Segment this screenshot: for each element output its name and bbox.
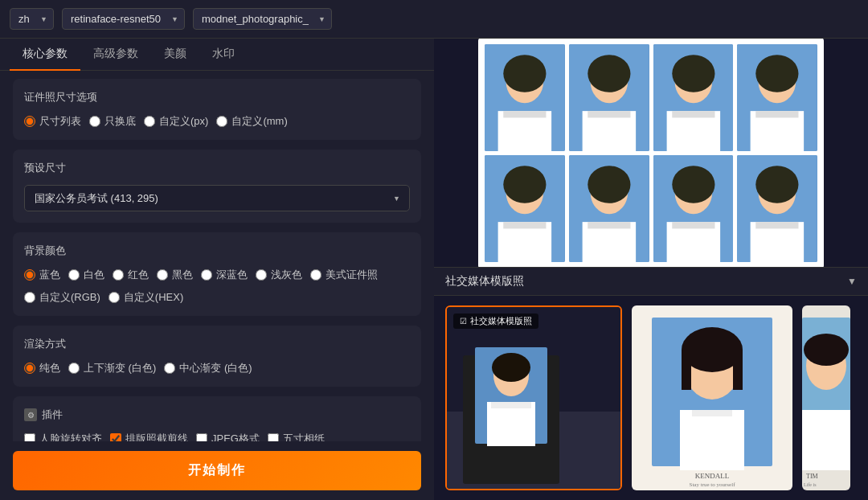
size-list-option[interactable]: 尺寸列表 [24,114,81,129]
tab-beauty[interactable]: 美颜 [151,39,199,71]
bg-only-radio[interactable] [89,116,100,127]
gradient-tb-option[interactable]: 上下渐变 (白色) [68,361,156,375]
photo-size-title: 证件照尺寸选项 [24,90,410,105]
size-list-label: 尺寸列表 [39,114,81,129]
model1-select-wrapper[interactable]: retinaface-resnet50 [62,8,185,30]
svg-point-61 [804,334,849,366]
gradient-center-radio[interactable] [164,363,175,374]
jpeg-checkbox[interactable] [196,433,207,441]
blue-label: 蓝色 [39,268,60,282]
model2-select[interactable]: modnet_photographic_ [193,8,332,30]
tab-watermark[interactable]: 水印 [199,39,248,71]
gradient-tb-label: 上下渐变 (白色) [84,361,156,375]
jpeg-option[interactable]: JPEG格式 [196,432,260,441]
svg-rect-55 [692,410,732,416]
black-option[interactable]: 黑色 [157,268,193,282]
us-style-label: 美式证件照 [326,268,378,282]
face-rotate-checkbox[interactable] [24,433,35,441]
svg-rect-29 [588,222,630,228]
grid-photo-1 [485,44,565,151]
bg-only-option[interactable]: 只换底 [89,114,136,129]
size-list-radio[interactable] [24,116,35,127]
social-photos: ☑ 社交媒体模版照 [434,296,868,500]
gradient-tb-radio[interactable] [68,363,80,374]
preset-size-select-wrapper[interactable]: 国家公务员考试 (413, 295) 标准一寸 (25x35mm) 标准二寸 (… [24,185,410,211]
svg-rect-52 [682,350,691,390]
start-button[interactable]: 开始制作 [13,451,421,490]
solid-label: 纯色 [39,361,60,375]
solid-radio[interactable] [24,363,35,374]
svg-rect-19 [756,111,799,117]
tab-core[interactable]: 核心参数 [10,39,80,71]
light-gray-radio[interactable] [256,269,267,281]
custom-rgb-option[interactable]: 自定义(RGB) [24,290,100,305]
model1-select[interactable]: retinaface-resnet50 [62,8,185,30]
language-select-wrapper[interactable]: zh en [10,8,54,30]
svg-text:KENDALL: KENDALL [695,472,730,480]
deep-blue-option[interactable]: 深蓝色 [201,268,248,282]
bg-color-options: 蓝色 白色 红色 黑色 [24,268,410,305]
svg-point-22 [503,166,546,203]
custom-px-option[interactable]: 自定义(px) [144,114,208,129]
svg-text:TIM: TIM [806,473,818,480]
custom-mm-radio[interactable] [216,116,227,127]
svg-rect-34 [672,222,714,228]
white-radio[interactable] [68,269,80,281]
deep-blue-radio[interactable] [201,269,212,281]
custom-hex-option[interactable]: 自定义(HEX) [108,290,183,305]
layout-cut-option[interactable]: 排版照截剪线 [110,432,188,441]
tab-advanced[interactable]: 高级参数 [80,39,151,71]
5inch-option[interactable]: 五寸相纸 [268,432,325,441]
photo-grid [478,39,824,267]
svg-point-37 [756,166,799,203]
us-style-option[interactable]: 美式证件照 [310,268,378,282]
svg-rect-24 [503,222,546,228]
grid-photo-4 [737,44,817,151]
top-toolbar: zh en retinaface-resnet50 modnet_photogr… [0,0,868,39]
preset-size-select[interactable]: 国家公务员考试 (413, 295) 标准一寸 (25x35mm) 标准二寸 (… [24,185,410,211]
red-option[interactable]: 红色 [113,268,149,282]
social-photo-card-3[interactable]: TIM Life is [802,305,850,490]
main-layout: 核心参数 高级参数 美颜 水印 证件照尺寸选项 尺寸列表 只换底 [0,39,868,500]
grid-photo-3 [653,44,734,151]
svg-rect-54 [680,410,744,470]
language-select[interactable]: zh en [10,8,54,30]
deep-blue-label: 深蓝色 [216,268,248,282]
custom-rgb-radio[interactable] [24,292,35,303]
gradient-center-label: 中心渐变 (白色) [179,361,252,375]
model2-select-wrapper[interactable]: modnet_photographic_ [193,8,332,30]
black-radio[interactable] [157,269,168,281]
start-btn-wrapper: 开始制作 [0,441,434,500]
us-style-radio[interactable] [310,269,321,281]
social-section: 社交媒体模版照 ▼ ☑ 社交媒体模版照 [434,267,868,500]
social-expand-icon[interactable]: ▼ [847,276,857,287]
blue-radio[interactable] [24,269,35,281]
grid-photo-6 [569,155,649,262]
gradient-center-option[interactable]: 中心渐变 (白色) [164,361,252,375]
grid-photo-7 [653,155,734,262]
light-gray-label: 浅灰色 [271,268,302,282]
svg-rect-62 [802,410,850,470]
layout-cut-checkbox[interactable] [110,433,121,441]
grid-photo-8 [737,155,817,262]
red-radio[interactable] [113,269,124,281]
render-mode-section: 渲染方式 纯色 上下渐变 (白色) 中心渐变 (白色) [13,326,421,387]
5inch-checkbox[interactable] [268,433,279,441]
5inch-label: 五寸相纸 [283,432,325,441]
custom-px-radio[interactable] [144,116,155,127]
svg-point-12 [672,55,714,92]
custom-hex-radio[interactable] [108,292,120,303]
social-photo-card-1[interactable]: ☑ 社交媒体模版照 [445,305,622,490]
light-gray-option[interactable]: 浅灰色 [256,268,302,282]
svg-rect-47 [491,402,531,408]
social-photo-badge-1: ☑ 社交媒体模版照 [453,314,538,329]
red-label: 红色 [128,268,149,282]
svg-rect-53 [733,350,743,390]
custom-px-label: 自定义(px) [159,114,208,129]
white-option[interactable]: 白色 [68,268,104,282]
face-rotate-option[interactable]: 人脸旋转对齐 [24,432,102,441]
social-photo-card-2[interactable]: KENDALL Stay true to yourself [632,305,792,490]
custom-mm-option[interactable]: 自定义(mm) [216,114,287,129]
blue-option[interactable]: 蓝色 [24,268,60,282]
solid-option[interactable]: 纯色 [24,361,60,375]
